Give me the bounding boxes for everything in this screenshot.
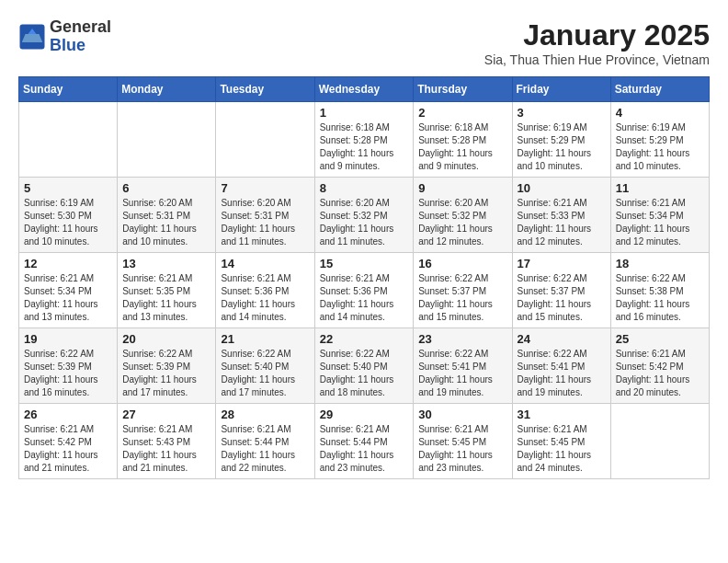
day-number: 2: [418, 106, 506, 120]
day-header-tuesday: Tuesday: [216, 77, 314, 102]
day-header-friday: Friday: [512, 77, 610, 102]
calendar-cell: 28Sunrise: 6:21 AM Sunset: 5:44 PM Dayli…: [216, 404, 314, 479]
day-info: Sunrise: 6:21 AM Sunset: 5:44 PM Dayligh…: [320, 423, 409, 475]
calendar-cell: 23Sunrise: 6:22 AM Sunset: 5:41 PM Dayli…: [414, 328, 512, 404]
day-number: 4: [616, 106, 704, 120]
week-row-4: 19Sunrise: 6:22 AM Sunset: 5:39 PM Dayli…: [19, 328, 710, 404]
calendar-cell: 15Sunrise: 6:21 AM Sunset: 5:36 PM Dayli…: [314, 253, 414, 328]
logo-general: General: [50, 18, 111, 37]
day-number: 16: [418, 257, 506, 270]
calendar-body: 1Sunrise: 6:18 AM Sunset: 5:28 PM Daylig…: [19, 102, 710, 479]
day-number: 29: [320, 408, 409, 421]
day-number: 7: [221, 181, 309, 195]
day-info: Sunrise: 6:21 AM Sunset: 5:34 PM Dayligh…: [24, 272, 112, 324]
week-row-2: 5Sunrise: 6:19 AM Sunset: 5:30 PM Daylig…: [19, 178, 710, 253]
day-number: 20: [122, 332, 210, 346]
logo-text: General Blue: [50, 18, 111, 55]
day-number: 27: [122, 408, 210, 421]
day-info: Sunrise: 6:21 AM Sunset: 5:45 PM Dayligh…: [418, 423, 506, 475]
week-row-5: 26Sunrise: 6:21 AM Sunset: 5:42 PM Dayli…: [19, 404, 710, 479]
day-number: 31: [518, 408, 606, 421]
calendar-header: SundayMondayTuesdayWednesdayThursdayFrid…: [19, 77, 710, 102]
day-number: 18: [616, 257, 704, 270]
day-info: Sunrise: 6:21 AM Sunset: 5:35 PM Dayligh…: [122, 272, 210, 324]
day-info: Sunrise: 6:18 AM Sunset: 5:28 PM Dayligh…: [320, 121, 409, 173]
week-row-1: 1Sunrise: 6:18 AM Sunset: 5:28 PM Daylig…: [19, 102, 710, 178]
calendar-cell: 13Sunrise: 6:21 AM Sunset: 5:35 PM Dayli…: [118, 253, 216, 328]
day-info: Sunrise: 6:22 AM Sunset: 5:37 PM Dayligh…: [518, 272, 606, 324]
logo-icon: [18, 23, 46, 51]
day-info: Sunrise: 6:21 AM Sunset: 5:42 PM Dayligh…: [24, 423, 112, 475]
header-row: SundayMondayTuesdayWednesdayThursdayFrid…: [19, 77, 710, 102]
calendar-cell: 30Sunrise: 6:21 AM Sunset: 5:45 PM Dayli…: [414, 404, 512, 479]
day-number: 21: [221, 332, 309, 346]
calendar-cell: 6Sunrise: 6:20 AM Sunset: 5:31 PM Daylig…: [118, 178, 216, 253]
day-info: Sunrise: 6:21 AM Sunset: 5:45 PM Dayligh…: [518, 423, 606, 475]
day-info: Sunrise: 6:22 AM Sunset: 5:39 PM Dayligh…: [24, 348, 112, 399]
day-info: Sunrise: 6:22 AM Sunset: 5:39 PM Dayligh…: [122, 348, 210, 399]
calendar-cell: 19Sunrise: 6:22 AM Sunset: 5:39 PM Dayli…: [19, 328, 118, 404]
day-info: Sunrise: 6:19 AM Sunset: 5:30 PM Dayligh…: [24, 197, 112, 248]
calendar-cell: 25Sunrise: 6:21 AM Sunset: 5:42 PM Dayli…: [610, 328, 709, 404]
day-header-sunday: Sunday: [19, 77, 118, 102]
day-number: 12: [24, 257, 112, 270]
calendar-cell: [610, 404, 709, 479]
day-info: Sunrise: 6:21 AM Sunset: 5:42 PM Dayligh…: [616, 348, 704, 399]
logo-blue: Blue: [50, 37, 111, 55]
day-number: 19: [24, 332, 112, 346]
calendar-cell: 11Sunrise: 6:21 AM Sunset: 5:34 PM Dayli…: [610, 178, 709, 253]
day-number: 24: [518, 332, 606, 346]
calendar-cell: 3Sunrise: 6:19 AM Sunset: 5:29 PM Daylig…: [512, 102, 610, 178]
day-info: Sunrise: 6:22 AM Sunset: 5:37 PM Dayligh…: [418, 272, 506, 324]
day-number: 30: [418, 408, 506, 421]
day-header-saturday: Saturday: [610, 77, 709, 102]
day-number: 8: [320, 181, 409, 195]
day-number: 14: [221, 257, 309, 270]
day-info: Sunrise: 6:22 AM Sunset: 5:41 PM Dayligh…: [518, 348, 606, 399]
calendar-cell: 18Sunrise: 6:22 AM Sunset: 5:38 PM Dayli…: [610, 253, 709, 328]
day-info: Sunrise: 6:19 AM Sunset: 5:29 PM Dayligh…: [616, 121, 704, 173]
calendar-cell: 14Sunrise: 6:21 AM Sunset: 5:36 PM Dayli…: [216, 253, 314, 328]
logo: General Blue: [18, 18, 111, 55]
calendar-cell: 29Sunrise: 6:21 AM Sunset: 5:44 PM Dayli…: [314, 404, 414, 479]
day-info: Sunrise: 6:19 AM Sunset: 5:29 PM Dayligh…: [518, 121, 606, 173]
day-number: 15: [320, 257, 409, 270]
calendar-cell: 17Sunrise: 6:22 AM Sunset: 5:37 PM Dayli…: [512, 253, 610, 328]
day-info: Sunrise: 6:22 AM Sunset: 5:40 PM Dayligh…: [320, 348, 409, 399]
calendar-cell: 20Sunrise: 6:22 AM Sunset: 5:39 PM Dayli…: [118, 328, 216, 404]
calendar-cell: 27Sunrise: 6:21 AM Sunset: 5:43 PM Dayli…: [118, 404, 216, 479]
day-header-thursday: Thursday: [414, 77, 512, 102]
day-info: Sunrise: 6:20 AM Sunset: 5:32 PM Dayligh…: [320, 197, 409, 248]
calendar-cell: 26Sunrise: 6:21 AM Sunset: 5:42 PM Dayli…: [19, 404, 118, 479]
calendar-cell: 21Sunrise: 6:22 AM Sunset: 5:40 PM Dayli…: [216, 328, 314, 404]
calendar-cell: 8Sunrise: 6:20 AM Sunset: 5:32 PM Daylig…: [314, 178, 414, 253]
calendar-cell: 1Sunrise: 6:18 AM Sunset: 5:28 PM Daylig…: [314, 102, 414, 178]
calendar-cell: 16Sunrise: 6:22 AM Sunset: 5:37 PM Dayli…: [414, 253, 512, 328]
calendar-subtitle: Sia, Thua Thien Hue Province, Vietnam: [484, 52, 710, 67]
day-info: Sunrise: 6:22 AM Sunset: 5:41 PM Dayligh…: [418, 348, 506, 399]
day-info: Sunrise: 6:20 AM Sunset: 5:31 PM Dayligh…: [221, 197, 309, 248]
calendar-cell: 31Sunrise: 6:21 AM Sunset: 5:45 PM Dayli…: [512, 404, 610, 479]
week-row-3: 12Sunrise: 6:21 AM Sunset: 5:34 PM Dayli…: [19, 253, 710, 328]
day-info: Sunrise: 6:21 AM Sunset: 5:36 PM Dayligh…: [320, 272, 409, 324]
day-info: Sunrise: 6:18 AM Sunset: 5:28 PM Dayligh…: [418, 121, 506, 173]
day-number: 5: [24, 181, 112, 195]
day-info: Sunrise: 6:20 AM Sunset: 5:31 PM Dayligh…: [122, 197, 210, 248]
calendar-cell: [216, 102, 314, 178]
title-section: January 2025 Sia, Thua Thien Hue Provinc…: [484, 18, 710, 67]
day-number: 3: [518, 106, 606, 120]
day-info: Sunrise: 6:21 AM Sunset: 5:36 PM Dayligh…: [221, 272, 309, 324]
day-number: 23: [418, 332, 506, 346]
calendar-cell: 7Sunrise: 6:20 AM Sunset: 5:31 PM Daylig…: [216, 178, 314, 253]
day-info: Sunrise: 6:22 AM Sunset: 5:38 PM Dayligh…: [616, 272, 704, 324]
calendar-cell: 5Sunrise: 6:19 AM Sunset: 5:30 PM Daylig…: [19, 178, 118, 253]
day-info: Sunrise: 6:22 AM Sunset: 5:40 PM Dayligh…: [221, 348, 309, 399]
day-number: 1: [320, 106, 409, 120]
calendar-cell: 9Sunrise: 6:20 AM Sunset: 5:32 PM Daylig…: [414, 178, 512, 253]
day-info: Sunrise: 6:21 AM Sunset: 5:34 PM Dayligh…: [616, 197, 704, 248]
day-number: 9: [418, 181, 506, 195]
calendar-title: January 2025: [484, 18, 710, 52]
day-info: Sunrise: 6:21 AM Sunset: 5:44 PM Dayligh…: [221, 423, 309, 475]
calendar-cell: 2Sunrise: 6:18 AM Sunset: 5:28 PM Daylig…: [414, 102, 512, 178]
calendar-cell: 10Sunrise: 6:21 AM Sunset: 5:33 PM Dayli…: [512, 178, 610, 253]
